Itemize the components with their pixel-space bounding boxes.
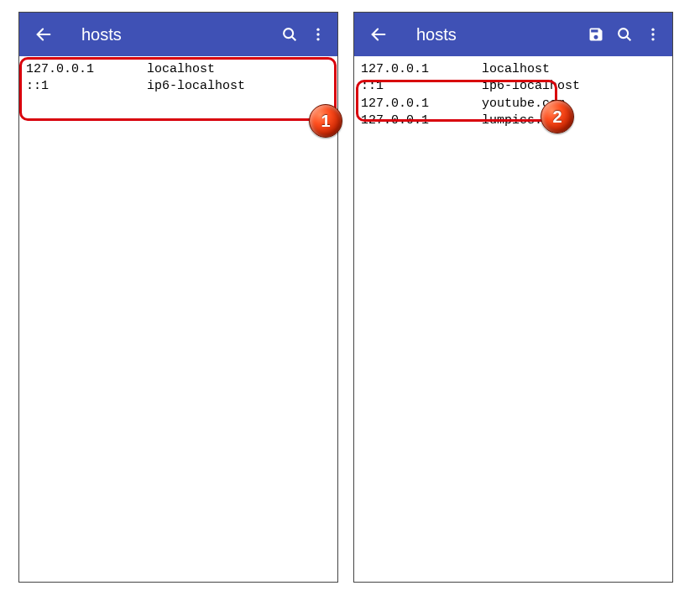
phone-right: hosts 127.0.0.1 localhost ::1 (353, 12, 673, 583)
toolbar-title: hosts (81, 25, 260, 44)
toolbar-right: hosts (354, 13, 672, 56)
back-button[interactable] (31, 22, 56, 47)
hosts-line-editing: 127.0.0.1 lumpics.ru (361, 112, 666, 129)
svg-point-9 (651, 29, 654, 31)
search-button[interactable] (612, 22, 637, 47)
menu-button[interactable] (640, 22, 666, 47)
hosts-line: 127.0.0.1 localhost (26, 61, 331, 78)
svg-point-7 (619, 29, 628, 38)
hosts-line: ::1 ip6-localhost (361, 78, 666, 95)
phone-left: hosts 127.0.0.1 localhost ::1 ip6-localh… (18, 12, 338, 583)
hosts-line: 127.0.0.1 youtube.com (361, 96, 666, 112)
svg-point-11 (651, 38, 654, 40)
toolbar-title: hosts (416, 25, 567, 44)
svg-point-4 (316, 33, 319, 35)
svg-point-1 (284, 29, 293, 38)
save-button[interactable] (583, 22, 609, 47)
step-badge: 1 (309, 104, 342, 138)
back-button[interactable] (366, 22, 391, 47)
menu-button[interactable] (306, 22, 331, 47)
hosts-text: 127.0.0.1 lumpics.ru (361, 113, 557, 128)
search-button[interactable] (277, 22, 302, 47)
step-badge: 2 (541, 100, 574, 133)
svg-point-5 (316, 38, 319, 40)
badge-number: 1 (321, 112, 330, 131)
file-content-left[interactable]: 127.0.0.1 localhost ::1 ip6-localhost (19, 56, 337, 582)
svg-line-2 (292, 37, 296, 41)
badge-number: 2 (552, 107, 562, 127)
svg-line-8 (627, 37, 631, 41)
hosts-line: ::1 ip6-localhost (26, 78, 331, 95)
file-content-right[interactable]: 127.0.0.1 localhost ::1 ip6-localhost 12… (354, 56, 672, 582)
toolbar-left: hosts (19, 13, 337, 56)
hosts-line: 127.0.0.1 localhost (361, 61, 666, 78)
svg-point-10 (651, 33, 654, 35)
svg-point-3 (316, 29, 319, 31)
